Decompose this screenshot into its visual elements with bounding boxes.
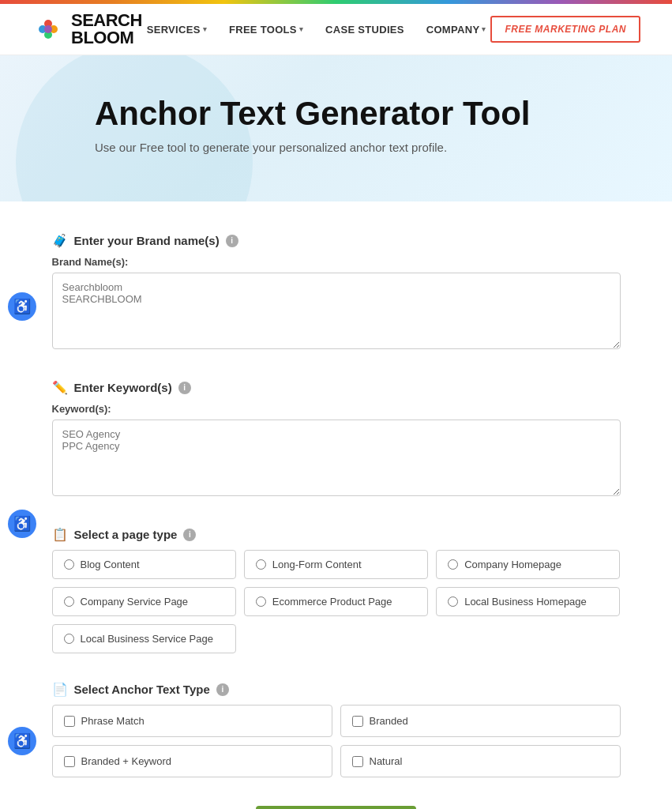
page-type-local-service-radio[interactable] bbox=[64, 634, 74, 644]
anchor-type-info-icon[interactable]: i bbox=[216, 683, 229, 696]
anchor-branded-checkbox[interactable] bbox=[352, 716, 363, 727]
logo-icon bbox=[32, 13, 65, 46]
briefcase-icon: 🧳 bbox=[52, 233, 68, 248]
page-type-long-form[interactable]: Long-Form Content bbox=[244, 550, 428, 579]
brand-name-section: 🧳 Enter your Brand name(s) i Brand Name(… bbox=[52, 233, 621, 352]
company-dropdown-arrow: ▾ bbox=[482, 25, 486, 33]
page-type-section-title: 📋 Select a page type i bbox=[52, 527, 621, 542]
accessibility-button-2[interactable]: ♿ bbox=[8, 510, 36, 538]
anchor-phrase-match[interactable]: Phrase Match bbox=[52, 705, 332, 737]
main-nav: SERVICES ▾ FREE TOOLS ▾ CASE STUDIES COM… bbox=[147, 24, 486, 36]
free-tools-dropdown-arrow: ▾ bbox=[299, 25, 303, 33]
generate-button-wrapper: GENERATE bbox=[52, 806, 621, 809]
page-type-company-service-radio[interactable] bbox=[64, 596, 74, 607]
anchor-phrase-match-checkbox[interactable] bbox=[64, 716, 75, 727]
anchor-branded-keyword-checkbox[interactable] bbox=[64, 756, 75, 767]
anchor-type-grid: Phrase Match Branded Branded + Keyword N… bbox=[52, 705, 621, 777]
page-type-local-business-homepage[interactable]: Local Business Homepage bbox=[436, 587, 620, 616]
brand-name-input[interactable] bbox=[52, 273, 621, 349]
accessibility-icon-1: ♿ bbox=[13, 298, 31, 315]
hero-section: Anchor Text Generator Tool Use our Free … bbox=[0, 55, 672, 201]
page-type-company-homepage[interactable]: Company Homepage bbox=[436, 550, 620, 579]
nav-case-studies[interactable]: CASE STUDIES bbox=[325, 24, 404, 36]
keywords-section: ✏️ Enter Keyword(s) i Keyword(s): bbox=[52, 380, 621, 499]
accessibility-button-1[interactable]: ♿ bbox=[8, 292, 36, 321]
brand-field-label: Brand Name(s): bbox=[52, 256, 621, 268]
file-icon: 📄 bbox=[52, 682, 68, 697]
page-type-long-form-radio[interactable] bbox=[256, 559, 266, 570]
accessibility-button-3[interactable]: ♿ bbox=[8, 727, 36, 755]
nav-free-tools[interactable]: FREE TOOLS ▾ bbox=[229, 24, 303, 36]
accessibility-icon-3: ♿ bbox=[13, 732, 31, 750]
anchor-branded[interactable]: Branded bbox=[340, 705, 621, 737]
logo[interactable]: SEARCH BLOOM bbox=[32, 12, 142, 47]
anchor-type-section-title: 📄 Select Anchor Text Type i bbox=[52, 682, 621, 697]
header: SEARCH BLOOM SERVICES ▾ FREE TOOLS ▾ CAS… bbox=[0, 4, 672, 55]
page-type-section: 📋 Select a page type i Blog Content Long… bbox=[52, 527, 621, 653]
page-title: Anchor Text Generator Tool bbox=[95, 95, 640, 133]
accessibility-icon-2: ♿ bbox=[13, 515, 31, 532]
page-type-info-icon[interactable]: i bbox=[183, 529, 196, 541]
generate-button[interactable]: GENERATE bbox=[256, 806, 416, 809]
anchor-branded-keyword[interactable]: Branded + Keyword bbox=[52, 745, 332, 777]
keywords-info-icon[interactable]: i bbox=[178, 382, 191, 394]
page-type-company-homepage-radio[interactable] bbox=[448, 559, 458, 570]
services-dropdown-arrow: ▾ bbox=[203, 25, 207, 33]
svg-point-5 bbox=[44, 25, 52, 33]
page-type-ecommerce[interactable]: Ecommerce Product Page bbox=[244, 587, 428, 616]
nav-services[interactable]: SERVICES ▾ bbox=[147, 24, 207, 36]
main-content: 🧳 Enter your Brand name(s) i Brand Name(… bbox=[36, 201, 636, 809]
anchor-text-type-section: 📄 Select Anchor Text Type i Phrase Match… bbox=[52, 682, 621, 777]
page-type-local-homepage-radio[interactable] bbox=[448, 596, 458, 607]
keywords-field-label: Keyword(s): bbox=[52, 403, 621, 415]
page-type-company-service[interactable]: Company Service Page bbox=[52, 587, 236, 616]
keywords-section-title: ✏️ Enter Keyword(s) i bbox=[52, 380, 621, 395]
logo-text: SEARCH BLOOM bbox=[71, 12, 142, 47]
page-type-blog-content[interactable]: Blog Content bbox=[52, 550, 236, 579]
page-subtitle: Use our Free tool to generate your perso… bbox=[95, 141, 640, 154]
page-type-ecommerce-radio[interactable] bbox=[256, 596, 266, 607]
anchor-natural[interactable]: Natural bbox=[340, 745, 621, 777]
keywords-input[interactable] bbox=[52, 420, 621, 496]
free-marketing-plan-button[interactable]: FREE MARKETING PLAN bbox=[490, 16, 640, 43]
nav-company[interactable]: COMPANY ▾ bbox=[426, 24, 486, 36]
page-type-local-business-service[interactable]: Local Business Service Page bbox=[52, 624, 236, 653]
brand-info-icon[interactable]: i bbox=[226, 235, 238, 247]
page-type-blog-radio[interactable] bbox=[64, 559, 74, 570]
anchor-natural-checkbox[interactable] bbox=[352, 756, 363, 767]
pencil-icon: ✏️ bbox=[52, 380, 68, 395]
clipboard-icon: 📋 bbox=[52, 527, 68, 542]
page-type-grid: Blog Content Long-Form Content Company H… bbox=[52, 550, 621, 653]
brand-section-title: 🧳 Enter your Brand name(s) i bbox=[52, 233, 621, 248]
